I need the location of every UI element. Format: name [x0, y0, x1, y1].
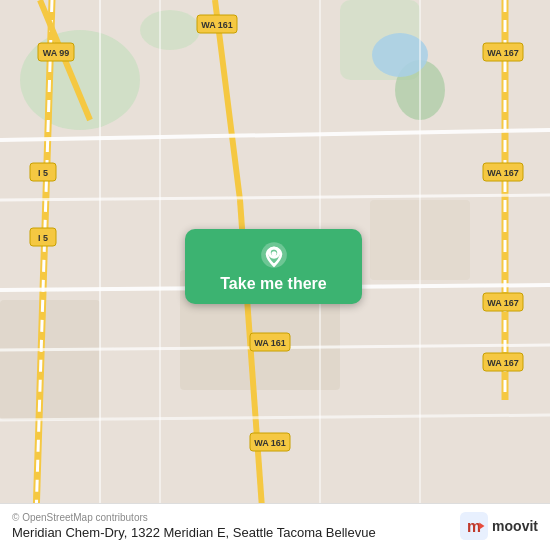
- svg-text:WA 167: WA 167: [487, 298, 519, 308]
- bottom-info-bar: © OpenStreetMap contributors Meridian Ch…: [0, 503, 550, 550]
- take-me-there-button[interactable]: Take me there: [185, 229, 362, 304]
- svg-text:WA 99: WA 99: [43, 48, 70, 58]
- moovit-logo: m moovit: [460, 512, 538, 540]
- location-pin-icon: [260, 241, 288, 269]
- svg-text:I 5: I 5: [38, 168, 48, 178]
- svg-text:WA 161: WA 161: [254, 438, 286, 448]
- map-container: WA 99 WA 161 WA 167 WA 167 WA 167 WA 167…: [0, 0, 550, 550]
- svg-rect-8: [0, 300, 100, 420]
- moovit-icon: m: [460, 512, 488, 540]
- take-me-there-label: Take me there: [220, 275, 326, 293]
- svg-text:WA 161: WA 161: [254, 338, 286, 348]
- copyright-text: © OpenStreetMap contributors: [12, 512, 452, 523]
- svg-text:WA 161: WA 161: [201, 20, 233, 30]
- svg-point-2: [140, 10, 200, 50]
- svg-text:WA 167: WA 167: [487, 168, 519, 178]
- svg-text:WA 167: WA 167: [487, 358, 519, 368]
- svg-point-49: [271, 251, 276, 256]
- svg-text:m: m: [467, 518, 481, 535]
- svg-text:I 5: I 5: [38, 233, 48, 243]
- svg-text:WA 167: WA 167: [487, 48, 519, 58]
- moovit-label: moovit: [492, 518, 538, 534]
- address-section: © OpenStreetMap contributors Meridian Ch…: [12, 512, 452, 540]
- address-text: Meridian Chem-Dry, 1322 Meridian E, Seat…: [12, 525, 452, 540]
